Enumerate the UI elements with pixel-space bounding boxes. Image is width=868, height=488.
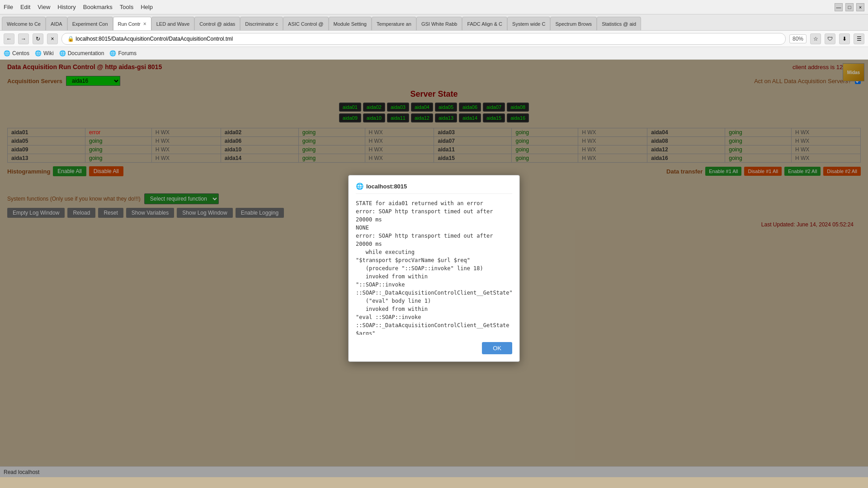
menu-history[interactable]: History	[57, 4, 75, 10]
url-bar[interactable]: 🔒 localhost:8015/DataAcquisitionControl/…	[61, 33, 786, 45]
bookmarks-bar: 🌐 Centos 🌐 Wiki 🌐 Documentation 🌐 Forums	[0, 47, 868, 60]
tab-control-aidas[interactable]: Control @ aidas	[194, 17, 240, 30]
tab-discriminator[interactable]: Discriminator c	[240, 17, 283, 30]
modal-footer: OK	[356, 342, 512, 354]
minimize-button[interactable]: —	[835, 3, 843, 11]
page-content: Data Acquisition Run Control @ http aida…	[0, 60, 868, 477]
modal-dialog: 🌐 localhost:8015 STATE for aida01 return…	[348, 175, 520, 362]
stop-button[interactable]: ×	[47, 33, 58, 44]
tab-module[interactable]: Module Setting	[329, 17, 372, 30]
url-text: localhost:8015/DataAcquisitionControl/Da…	[75, 36, 233, 42]
tab-bar: Welcome to Ce AIDA Experiment Con Run Co…	[0, 14, 868, 31]
shield-icon[interactable]: 🛡	[825, 33, 835, 44]
menu-bookmarks[interactable]: Bookmarks	[83, 4, 113, 10]
download-icon[interactable]: ⬇	[839, 33, 850, 44]
address-bar: ← → ↻ × 🔒 localhost:8015/DataAcquisition…	[0, 31, 868, 47]
forward-button[interactable]: →	[18, 33, 29, 44]
tab-asic[interactable]: ASIC Control @	[283, 17, 328, 30]
bookmark-forums[interactable]: 🌐 Forums	[109, 50, 137, 56]
modal-header: 🌐 localhost:8015	[356, 183, 512, 194]
reload-button[interactable]: ↻	[33, 33, 43, 44]
tab-welcome[interactable]: Welcome to Ce	[2, 17, 46, 30]
bookmark-documentation[interactable]: 🌐 Documentation	[59, 50, 104, 56]
close-button[interactable]: ×	[856, 3, 864, 11]
menu-view[interactable]: View	[38, 4, 50, 10]
globe-icon: 🌐	[356, 183, 363, 190]
menu-file[interactable]: File	[4, 4, 13, 10]
tab-run-control[interactable]: Run Contr×	[113, 17, 151, 30]
browser-titlebar: File Edit View History Bookmarks Tools H…	[0, 0, 868, 14]
tab-system[interactable]: System wide C	[507, 17, 550, 30]
tab-led[interactable]: LED and Wave	[151, 17, 195, 30]
zoom-indicator: 80%	[789, 34, 807, 43]
url-lock-icon: 🔒	[67, 36, 74, 42]
tab-temperature[interactable]: Temperature an	[372, 17, 416, 30]
tab-fadc[interactable]: FADC Align & C	[462, 17, 507, 30]
modal-body: STATE for aida01 returned with an error …	[356, 199, 512, 335]
menu-edit[interactable]: Edit	[20, 4, 30, 10]
tab-experiment[interactable]: Experiment Con	[67, 17, 113, 30]
modal-host: localhost:8015	[366, 183, 407, 190]
back-button[interactable]: ←	[4, 33, 14, 44]
tab-statistics[interactable]: Statistics @ aid	[597, 17, 641, 30]
maximize-button[interactable]: □	[845, 3, 854, 11]
bookmark-centos[interactable]: 🌐 Centos	[4, 50, 29, 56]
tab-spectrum[interactable]: Spectrum Brows	[550, 17, 597, 30]
menu-tools[interactable]: Tools	[120, 4, 133, 10]
menu-icon[interactable]: ☰	[854, 33, 864, 44]
bookmark-wiki[interactable]: 🌐 Wiki	[35, 50, 54, 56]
menu-help[interactable]: Help	[141, 4, 153, 10]
modal-overlay: 🌐 localhost:8015 STATE for aida01 return…	[0, 60, 868, 477]
tab-aida[interactable]: AIDA	[46, 17, 67, 30]
browser-menu: File Edit View History Bookmarks Tools H…	[4, 4, 153, 10]
window-controls: — □ ×	[835, 3, 864, 11]
tab-close-icon[interactable]: ×	[143, 21, 146, 27]
ok-button[interactable]: OK	[482, 342, 512, 354]
star-icon[interactable]: ☆	[810, 33, 821, 44]
tab-gsi[interactable]: GSI White Rabb	[416, 17, 462, 30]
